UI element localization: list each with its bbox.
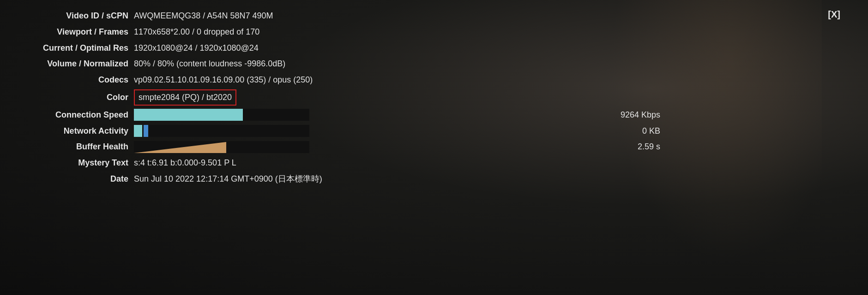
value-date: Sun Jul 10 2022 12:17:14 GMT+0900 (日本標準時… xyxy=(134,172,322,186)
bar-connection-track xyxy=(134,109,309,121)
value-buffer-health: 2.59 s xyxy=(638,140,660,153)
row-video-id: Video ID / sCPN AWQMEEMQG38 / A54N 58N7 … xyxy=(28,9,443,23)
label-video-id: Video ID / sCPN xyxy=(28,9,134,23)
row-mystery-text: Mystery Text s:4 t:6.91 b:0.000-9.501 P … xyxy=(28,156,443,170)
bar-network-fill xyxy=(134,125,148,137)
bar-network-container xyxy=(134,125,309,137)
value-current-optimal: 1920x1080@24 / 1920x1080@24 xyxy=(134,41,259,55)
bar-buffer-container xyxy=(134,141,309,153)
close-button[interactable]: [X] xyxy=(828,9,840,20)
label-connection-speed: Connection Speed xyxy=(28,108,134,122)
label-network-activity: Network Activity xyxy=(28,124,134,138)
value-connection-speed: 9264 Kbps xyxy=(621,108,660,122)
background-figure xyxy=(591,0,822,295)
label-viewport-frames: Viewport / Frames xyxy=(28,25,134,39)
label-volume-normalized: Volume / Normalized xyxy=(28,57,134,71)
row-date: Date Sun Jul 10 2022 12:17:14 GMT+0900 (… xyxy=(28,172,443,186)
row-network-activity: Network Activity 0 KB xyxy=(28,124,443,138)
value-video-id: AWQMEEMQG38 / A54N 58N7 490M xyxy=(134,9,273,23)
row-current-optimal: Current / Optimal Res 1920x1080@24 / 192… xyxy=(28,41,443,55)
row-viewport-frames: Viewport / Frames 1170x658*2.00 / 0 drop… xyxy=(28,25,443,39)
bar-network-track xyxy=(134,125,309,137)
row-volume-normalized: Volume / Normalized 80% / 80% (content l… xyxy=(28,57,443,71)
value-color: smpte2084 (PQ) / bt2020 xyxy=(134,89,236,106)
row-color: Color smpte2084 (PQ) / bt2020 xyxy=(28,89,443,106)
bar-connection-fill xyxy=(134,109,243,121)
bar-buffer-svg xyxy=(134,141,309,153)
bar-connection-container xyxy=(134,109,309,121)
label-mystery-text: Mystery Text xyxy=(28,156,134,170)
svg-marker-0 xyxy=(134,142,226,153)
label-buffer-health: Buffer Health xyxy=(28,140,134,153)
label-codecs: Codecs xyxy=(28,73,134,87)
label-current-optimal: Current / Optimal Res xyxy=(28,41,134,55)
row-connection-speed: Connection Speed 9264 Kbps xyxy=(28,108,443,122)
value-network-activity: 0 KB xyxy=(642,124,660,138)
label-date: Date xyxy=(28,172,134,186)
stats-panel: Video ID / sCPN AWQMEEMQG38 / A54N 58N7 … xyxy=(28,9,443,189)
network-seg2 xyxy=(144,125,148,137)
value-volume-normalized: 80% / 80% (content loudness -9986.0dB) xyxy=(134,57,285,71)
value-codecs: vp09.02.51.10.01.09.16.09.00 (335) / opu… xyxy=(134,73,313,87)
network-seg1 xyxy=(134,125,142,137)
bar-buffer-track xyxy=(134,141,309,153)
row-codecs: Codecs vp09.02.51.10.01.09.16.09.00 (335… xyxy=(28,73,443,87)
value-viewport-frames: 1170x658*2.00 / 0 dropped of 170 xyxy=(134,25,259,39)
value-mystery-text: s:4 t:6.91 b:0.000-9.501 P L xyxy=(134,156,236,170)
row-buffer-health: Buffer Health 2.59 s xyxy=(28,140,443,153)
label-color: Color xyxy=(28,91,134,104)
